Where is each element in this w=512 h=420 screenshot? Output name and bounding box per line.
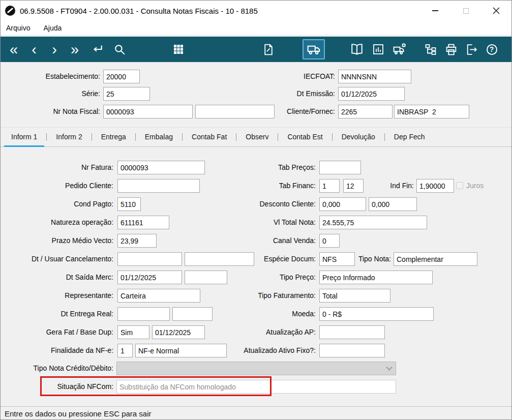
atualizacao-ap-input[interactable] [319, 325, 385, 339]
confirm-button[interactable] [88, 40, 106, 59]
dt-usuar-cancelamento-label: Dt / Usuar Cancelamento: [1, 255, 113, 263]
go-first-button[interactable]: « [5, 40, 23, 59]
tab-precos-label: Tab Preços: [214, 163, 316, 171]
printer-icon [445, 43, 458, 56]
atualizado-ativo-fixo-input[interactable] [319, 344, 385, 357]
cliente-fornec-input[interactable] [338, 105, 393, 118]
tab-precos-input[interactable] [319, 161, 361, 174]
canal-venda-input[interactable] [319, 234, 340, 248]
moeda-label: Moeda: [234, 310, 316, 318]
truck-settings-button[interactable] [390, 40, 409, 59]
go-last-button[interactable]: » [66, 40, 84, 59]
enter-arrow-icon [91, 43, 104, 56]
tab-entrega[interactable]: Entrega [93, 128, 135, 146]
app-window: 06.9.5508 - FT0904 - 2.00.00.031 - Consu… [0, 0, 512, 420]
chart-button[interactable] [369, 40, 387, 59]
cond-pagto-input[interactable] [117, 197, 141, 211]
usuar-cancelamento-input[interactable] [185, 252, 254, 266]
tab-financ-input[interactable] [319, 179, 340, 193]
minimize-icon [432, 10, 438, 11]
tab-separator [182, 133, 183, 141]
ind-fin-input[interactable] [416, 179, 454, 193]
cliente-fornec-name-input[interactable] [394, 105, 469, 118]
help-button[interactable]: ? [483, 40, 501, 59]
pedido-cliente-input[interactable] [117, 179, 200, 193]
tab-inform-1[interactable]: Inform 1 [3, 128, 46, 146]
double-chevron-left-icon: « [10, 42, 18, 57]
tab-dep-fech[interactable]: Dep Fech [385, 128, 434, 146]
dt-emissao-input[interactable] [338, 87, 405, 101]
gera-fat-input[interactable] [117, 325, 149, 339]
status-bar: Entre os dados ou pressione ESC para sai… [1, 406, 511, 420]
hierarchy-button[interactable] [421, 40, 440, 59]
estabelecimento-input[interactable] [103, 70, 140, 83]
prazo-medio-vecto-input[interactable] [117, 234, 157, 248]
tab-separator [236, 133, 236, 141]
exit-button[interactable] [462, 40, 480, 59]
natureza-operacao-label: Natureza operação: [1, 218, 113, 226]
representante-input[interactable] [117, 289, 200, 303]
tipo-faturamento-input[interactable] [319, 289, 390, 303]
status-text: Entre os dados ou pressione ESC para sai… [5, 409, 152, 418]
dt-entrega-real-input[interactable] [117, 307, 170, 321]
finalidade-nfe-input[interactable] [117, 344, 133, 357]
juros-checkbox[interactable] [456, 182, 463, 189]
natureza-operacao-input[interactable] [117, 216, 169, 229]
canal-venda-label: Canal Venda: [214, 236, 316, 245]
bar-chart-icon [372, 43, 384, 55]
tab-devolucao[interactable]: Devolução [333, 128, 384, 146]
vl-total-nota-input[interactable] [319, 216, 427, 229]
tab-inform-2[interactable]: Inform 2 [47, 128, 91, 146]
dt-cancelamento-input[interactable] [117, 252, 182, 266]
tab-embalag[interactable]: Embalag [136, 128, 182, 146]
serie-input[interactable] [103, 87, 150, 101]
nr-nota-fiscal-label: Nr Nota Fiscal: [1, 107, 100, 115]
finalidade-nfe-desc-input[interactable] [135, 344, 227, 357]
go-prev-button[interactable]: ‹ [25, 40, 43, 59]
truck-button[interactable] [303, 39, 325, 59]
minimize-button[interactable] [420, 1, 450, 21]
cliente-fornec-label: Cliente/Fornec: [214, 107, 335, 115]
especie-docum-input[interactable] [319, 252, 355, 266]
dt-saida-merc-input[interactable] [117, 271, 182, 284]
dt-saida-merc-input-2[interactable] [185, 271, 227, 284]
print-button[interactable] [442, 40, 460, 59]
go-next-button[interactable]: › [45, 40, 64, 59]
tab-separator [46, 133, 47, 141]
dt-entrega-real-input-2[interactable] [172, 307, 213, 321]
base-dup-input[interactable] [152, 325, 205, 339]
menu-arquivo[interactable]: Arquivo [6, 24, 30, 32]
tipo-nota-credito-debito-label: Tipo Nota Crédito/Débito: [1, 364, 113, 372]
desconto-cliente-input-2[interactable] [369, 197, 417, 211]
new-document-button[interactable] [259, 40, 277, 59]
tab-contab-fat[interactable]: Contab Fat [183, 128, 235, 146]
situacao-nfcom-input[interactable] [116, 380, 396, 394]
tipo-preco-input[interactable] [319, 271, 433, 284]
help-icon: ? [487, 44, 497, 55]
close-button[interactable] [481, 1, 511, 21]
menu-ajuda[interactable]: Ajuda [43, 24, 62, 32]
grid-button[interactable] [169, 40, 188, 59]
nr-nota-fiscal-input[interactable] [103, 105, 193, 118]
tab-financ-input-2[interactable] [343, 179, 364, 193]
tab-contab-est[interactable]: Contab Est [279, 128, 331, 146]
tipo-nota-input[interactable] [394, 252, 477, 266]
desconto-cliente-input[interactable] [319, 197, 366, 211]
nr-fatura-label: Nr Fatura: [1, 163, 113, 171]
open-book-icon [350, 43, 364, 56]
tab-separator [384, 133, 385, 141]
book-button[interactable] [348, 40, 366, 59]
maximize-button[interactable] [450, 1, 481, 21]
nr-fatura-input[interactable] [117, 161, 205, 174]
tab-observ[interactable]: Observ [237, 128, 277, 146]
tipo-nota-credito-debito-select[interactable] [116, 362, 396, 375]
exit-icon [465, 43, 478, 56]
representante-label: Representante: [1, 291, 113, 299]
app-logo-icon [5, 6, 15, 16]
search-button[interactable] [110, 40, 129, 59]
iecfoat-input[interactable] [338, 70, 411, 83]
moeda-input[interactable] [319, 307, 434, 321]
tipo-nota-label: Tipo Nota: [358, 255, 391, 263]
close-icon [493, 7, 500, 14]
tipo-faturamento-label: Tipo Faturamento: [224, 291, 316, 299]
